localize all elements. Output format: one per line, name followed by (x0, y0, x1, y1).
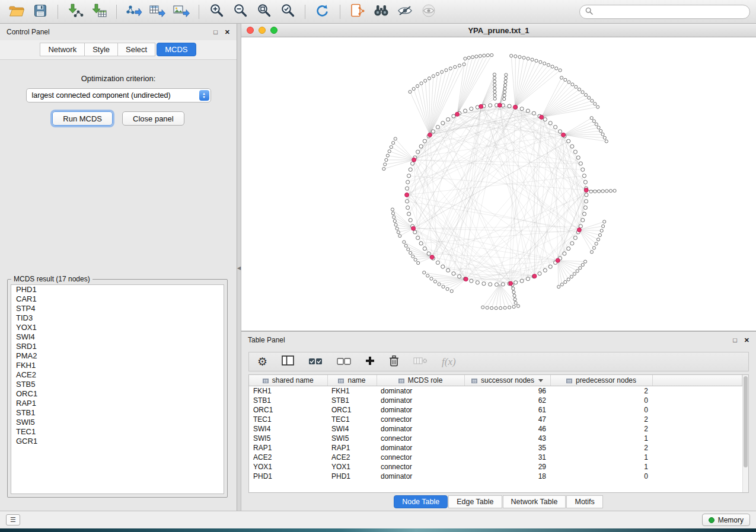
table-cell[interactable]: STB1 (327, 396, 377, 405)
result-list-item[interactable]: STB5 (11, 380, 224, 389)
table-row[interactable]: STB1STB1dominator620 (249, 396, 742, 405)
column-header-name[interactable]: name (327, 375, 377, 386)
zoom-out-button[interactable] (229, 2, 251, 21)
export-table-button[interactable] (147, 2, 168, 21)
table-cell[interactable]: 62 (464, 396, 550, 405)
table-cell[interactable]: dominator (377, 396, 464, 405)
table-cell[interactable]: dominator (377, 424, 464, 434)
optimization-dropdown[interactable]: largest connected component (undirected)… (26, 88, 211, 102)
tab-mcds[interactable]: MCDS (157, 43, 196, 56)
open-file-button[interactable] (6, 2, 27, 21)
table-cell[interactable]: 61 (464, 405, 550, 415)
table-cell[interactable]: 1 (550, 453, 652, 462)
result-list-item[interactable]: PMA2 (11, 351, 224, 361)
table-cell[interactable]: connector (377, 453, 464, 462)
table-cell[interactable]: 46 (464, 424, 550, 434)
table-cell[interactable]: ACE2 (327, 453, 377, 462)
table-cell[interactable]: 0 (550, 472, 652, 481)
table-cell[interactable]: FKH1 (327, 386, 377, 396)
result-list-item[interactable]: RAP1 (11, 399, 224, 408)
table-row[interactable]: PHD1PHD1dominator180 (249, 472, 742, 481)
table-cell[interactable]: 1 (550, 462, 652, 472)
table-row[interactable]: RAP1RAP1dominator352 (249, 443, 742, 453)
table-cell[interactable]: 47 (464, 415, 550, 424)
export-network-button[interactable] (123, 2, 145, 21)
tab-network-table[interactable]: Network Table (503, 495, 566, 508)
hide-elements-button[interactable] (394, 2, 416, 21)
table-cell[interactable]: 2 (550, 443, 652, 453)
table-cell[interactable]: YOX1 (249, 462, 327, 472)
tab-node-table[interactable]: Node Table (394, 495, 448, 508)
tab-edge-table[interactable]: Edge Table (448, 495, 502, 508)
table-cell[interactable]: 2 (550, 386, 652, 396)
table-cell[interactable]: 2 (550, 415, 652, 424)
collapse-panel-icon[interactable]: ◀ (237, 265, 241, 271)
table-cell[interactable]: PHD1 (249, 472, 327, 481)
table-cell[interactable]: ORC1 (327, 405, 377, 415)
refresh-button[interactable] (312, 2, 333, 21)
zoom-selected-button[interactable] (277, 2, 298, 21)
table-cell[interactable]: FKH1 (249, 386, 327, 396)
result-list-item[interactable]: STP4 (11, 304, 224, 313)
table-cell[interactable]: ORC1 (249, 405, 327, 415)
network-window-titlebar[interactable]: YPA_prune.txt_1 (241, 24, 756, 37)
hide-column-button-disabled[interactable] (413, 357, 428, 367)
result-list-item[interactable]: GCR1 (11, 437, 224, 446)
column-header-mcds-role[interactable]: MCDS role (377, 375, 464, 386)
table-cell[interactable]: 29 (464, 462, 550, 472)
result-list-item[interactable]: ORC1 (11, 389, 224, 399)
table-cell[interactable]: dominator (377, 472, 464, 481)
table-cell[interactable]: connector (377, 434, 464, 443)
table-cell[interactable]: connector (377, 415, 464, 424)
table-row[interactable]: YOX1YOX1connector291 (249, 462, 742, 472)
zoom-in-button[interactable] (206, 2, 227, 21)
result-list-item[interactable]: TEC1 (11, 427, 224, 437)
table-row[interactable]: TEC1TEC1connector472 (249, 415, 742, 424)
scrollbar-thumb[interactable] (744, 376, 748, 467)
search-network-button[interactable] (371, 2, 392, 21)
tab-motifs[interactable]: Motifs (566, 495, 602, 508)
deselect-all-button[interactable] (337, 357, 351, 367)
table-cell[interactable]: dominator (377, 386, 464, 396)
table-cell[interactable]: SWI5 (327, 434, 377, 443)
column-header-successor-nodes[interactable]: successor nodes (464, 375, 550, 386)
result-list-item[interactable]: TID3 (11, 313, 224, 323)
column-header-predecessor-nodes[interactable]: predecessor nodes (550, 375, 652, 386)
table-scrollbar[interactable] (742, 375, 748, 492)
close-table-panel-icon[interactable]: ✕ (744, 336, 749, 344)
export-image-button[interactable] (171, 2, 192, 21)
share-document-button[interactable] (347, 2, 368, 21)
table-cell[interactable]: dominator (377, 443, 464, 453)
table-settings-button[interactable]: ⚙ (257, 356, 267, 367)
table-cell[interactable]: 43 (464, 434, 550, 443)
table-row[interactable]: ACE2ACE2connector311 (249, 453, 742, 462)
run-mcds-button[interactable]: Run MCDS (52, 111, 113, 126)
table-cell[interactable]: dominator (377, 405, 464, 415)
tab-select[interactable]: Select (117, 43, 155, 56)
network-canvas[interactable] (241, 37, 756, 331)
column-layout-button[interactable] (282, 355, 294, 368)
vertical-splitter[interactable]: ◀ (237, 24, 241, 511)
float-table-panel-icon[interactable]: □ (733, 336, 737, 344)
network-graph[interactable] (241, 37, 756, 331)
tab-network[interactable]: Network (40, 43, 85, 56)
add-column-button[interactable] (365, 356, 375, 368)
window-close-traffic-light[interactable] (247, 27, 254, 34)
result-list-item[interactable]: SWI4 (11, 332, 224, 342)
delete-column-button[interactable] (389, 355, 399, 369)
table-cell[interactable]: 96 (464, 386, 550, 396)
search-box[interactable] (579, 5, 750, 19)
import-network-button[interactable] (65, 2, 86, 21)
table-row[interactable]: SWI4SWI4dominator462 (249, 424, 742, 434)
tab-style[interactable]: Style (84, 43, 118, 56)
table-cell[interactable]: RAP1 (327, 443, 377, 453)
mcds-result-list[interactable]: PHD1CAR1STP4TID3YOX1SWI4SRD1PMA2FKH1ACE2… (11, 284, 224, 494)
table-cell[interactable]: 18 (464, 472, 550, 481)
table-cell[interactable]: 0 (550, 396, 652, 405)
table-cell[interactable]: 1 (550, 434, 652, 443)
table-cell[interactable]: PHD1 (327, 472, 377, 481)
save-session-button[interactable] (30, 2, 51, 21)
close-panel-button[interactable]: Close panel (122, 111, 184, 126)
table-cell[interactable]: SWI5 (249, 434, 327, 443)
result-list-item[interactable]: PHD1 (11, 285, 224, 294)
